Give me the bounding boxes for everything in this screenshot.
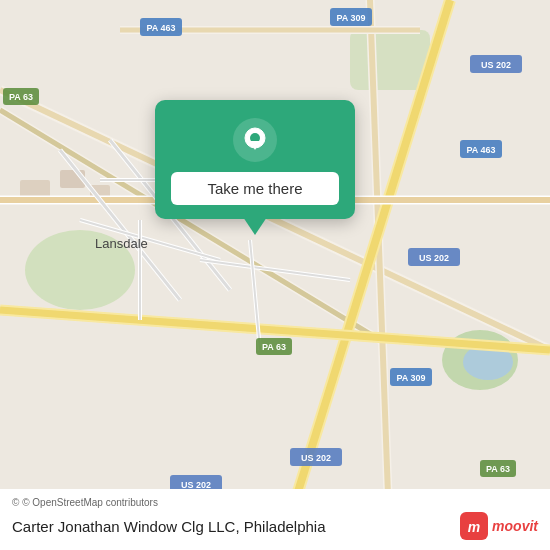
svg-text:PA 63: PA 63 xyxy=(262,342,286,352)
take-me-there-button[interactable]: Take me there xyxy=(171,172,339,205)
map-svg: PA 463 PA 309 US 202 PA 463 PA 63 Lansda… xyxy=(0,0,550,550)
svg-text:Lansdale: Lansdale xyxy=(95,236,148,251)
svg-text:US 202: US 202 xyxy=(419,253,449,263)
bottom-bar: © © OpenStreetMap contributors Carter Jo… xyxy=(0,489,550,550)
attribution-text: © OpenStreetMap contributors xyxy=(22,497,158,508)
svg-text:PA 309: PA 309 xyxy=(336,13,365,23)
moovit-logo: m moovit xyxy=(460,512,538,540)
svg-text:US 202: US 202 xyxy=(481,60,511,70)
svg-text:PA 463: PA 463 xyxy=(466,145,495,155)
svg-text:PA 309: PA 309 xyxy=(396,373,425,383)
location-popup: Take me there xyxy=(155,100,355,219)
location-name: Carter Jonathan Window Clg LLC, Philadel… xyxy=(12,518,326,535)
location-pin-icon xyxy=(233,118,277,162)
moovit-text: moovit xyxy=(492,518,538,534)
svg-text:m: m xyxy=(468,519,480,535)
moovit-icon: m xyxy=(460,512,488,540)
map-attribution: © © OpenStreetMap contributors xyxy=(12,497,538,508)
map-container: PA 463 PA 309 US 202 PA 463 PA 63 Lansda… xyxy=(0,0,550,550)
svg-text:PA 463: PA 463 xyxy=(146,23,175,33)
svg-text:PA 63: PA 63 xyxy=(486,464,510,474)
location-row: Carter Jonathan Window Clg LLC, Philadel… xyxy=(12,512,538,540)
svg-text:PA 63: PA 63 xyxy=(9,92,33,102)
svg-rect-3 xyxy=(350,30,430,90)
svg-text:US 202: US 202 xyxy=(301,453,331,463)
